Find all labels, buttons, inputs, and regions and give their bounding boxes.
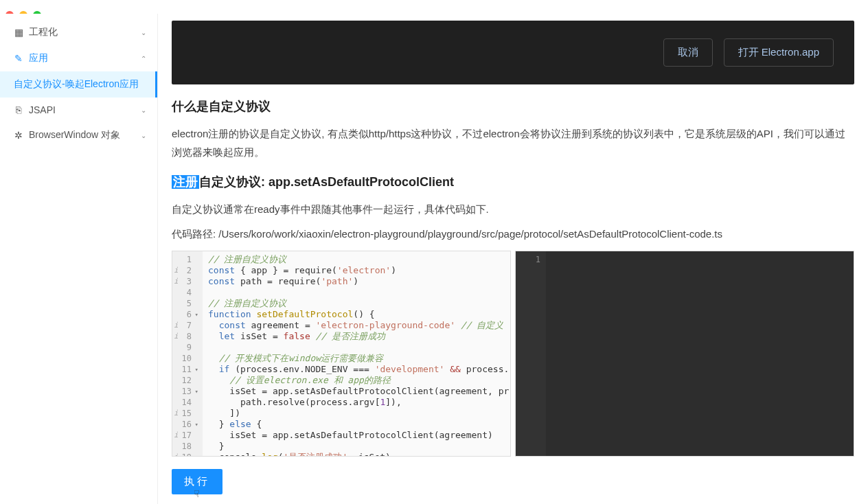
chevron-down-icon: ⌄ — [141, 29, 146, 36]
sidebar-item-custom-protocol[interactable]: 自定义协议-唤起Electron应用 — [0, 71, 157, 98]
sidebar-item-label: BrowserWindow 对象 — [29, 129, 120, 141]
output-gutter: 1 — [516, 251, 546, 456]
highlight-text: 注册 — [172, 175, 199, 189]
grid-icon: ▦ — [14, 27, 23, 37]
chevron-up-icon: ⌃ — [141, 55, 146, 62]
sidebar-item-engineering[interactable]: ▦ 工程化 ⌄ — [0, 19, 157, 45]
sidebar: ▦ 工程化 ⌄ ✎ 应用 ⌃ 自定义协议-唤起Electron应用 ⎘ JSAP… — [0, 14, 158, 504]
sidebar-item-label: 自定义协议-唤起Electron应用 — [14, 78, 139, 91]
chevron-down-icon: ⌄ — [141, 106, 146, 114]
editor-row: 1i2i3456▾i7i891011▾1213▾14i1516▾i1718i19… — [172, 251, 854, 457]
sidebar-item-label: JSAPI — [29, 104, 56, 115]
section-what-title: 什么是自定义协议 — [172, 98, 854, 115]
section-register-body: 自定义协议通常在ready事件中跟随其他事件一起运行，具体代码如下. — [172, 200, 854, 218]
code-path: 代码路径: /Users/koro/work/xiaoxin/electron-… — [172, 228, 854, 241]
run-button[interactable]: 执行 — [172, 469, 222, 494]
sidebar-item-label: 工程化 — [29, 26, 58, 38]
sidebar-item-label: 应用 — [29, 52, 48, 65]
section-what-body: electron注册的协议是自定义协议, 有点类似http/https这种协议，… — [172, 124, 854, 161]
section-register-title: 注册自定义协议: app.setAsDefaultProtocolClient — [172, 174, 854, 190]
gear-icon: ✲ — [14, 130, 23, 140]
main-content[interactable]: 取消 打开 Electron.app 什么是自定义协议 electron注册的协… — [158, 14, 868, 504]
chevron-down-icon: ⌄ — [141, 132, 146, 139]
body-area: ▦ 工程化 ⌄ ✎ 应用 ⌃ 自定义协议-唤起Electron应用 ⎘ JSAP… — [0, 14, 868, 504]
sidebar-item-jsapi[interactable]: ⎘ JSAPI ⌄ — [0, 98, 157, 122]
app-window: ▦ 工程化 ⌄ ✎ 应用 ⌃ 自定义协议-唤起Electron应用 ⎘ JSAP… — [0, 0, 868, 504]
editor-gutter: 1i2i3456▾i7i891011▾1213▾14i1516▾i1718i19 — [172, 251, 203, 456]
cancel-button[interactable]: 取消 — [663, 38, 713, 67]
code-editor[interactable]: 1i2i3456▾i7i891011▾1213▾14i1516▾i1718i19… — [172, 251, 511, 457]
open-electron-button[interactable]: 打开 Electron.app — [724, 38, 834, 67]
hero-bar: 取消 打开 Electron.app — [172, 21, 854, 84]
sidebar-item-browserwindow[interactable]: ✲ BrowserWindow 对象 ⌄ — [0, 122, 157, 148]
output-panel: 1 — [515, 251, 854, 457]
code-icon: ⎘ — [14, 105, 23, 115]
edit-icon: ✎ — [14, 54, 23, 63]
sidebar-item-app[interactable]: ✎ 应用 ⌃ — [0, 45, 157, 71]
editor-code[interactable]: // 注册自定义协议const { app } = require('elect… — [203, 251, 510, 456]
output-body[interactable] — [546, 251, 854, 456]
section-register-rest: 自定义协议: app.setAsDefaultProtocolClient — [199, 175, 454, 189]
